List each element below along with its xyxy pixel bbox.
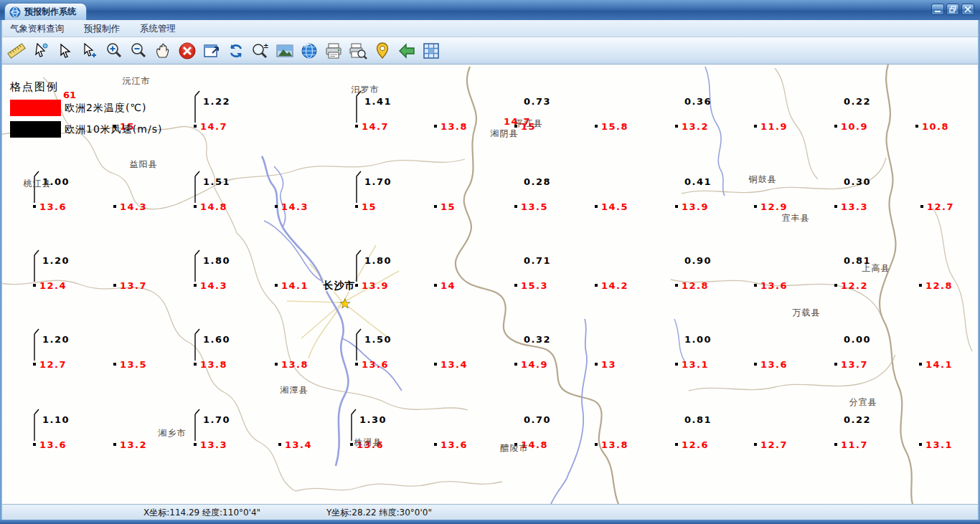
wind-speed-value: 1.70: [364, 176, 392, 187]
print-button[interactable]: [322, 39, 345, 62]
wind-barb-tick: [34, 250, 39, 255]
county-label: 桃江县: [24, 178, 52, 189]
grid-point-dot: [834, 443, 837, 446]
wind-speed-value: 1.60: [203, 334, 230, 345]
temperature-value: 13.1: [925, 439, 953, 450]
temperature-value: 14: [440, 280, 456, 291]
wind-barb-tick: [357, 250, 361, 255]
grid-point-dot: [33, 284, 36, 287]
wind-speed-value: 1.30: [359, 414, 387, 425]
select-plus-button[interactable]: [78, 39, 101, 62]
temperature-value: 14.2: [601, 280, 628, 291]
map-canvas[interactable]: 1514.71.2214.71.4113.814.7150.7315.813.2…: [0, 65, 980, 504]
wind-speed-value: 0.36: [684, 96, 712, 107]
grid-point-dot: [350, 443, 353, 446]
map-legend: 格点图例 欧洲2米温度(℃)61欧洲10米风速(m/s): [10, 80, 162, 143]
temperature-value: 12.2: [841, 280, 868, 291]
menu-item-0[interactable]: 气象资料查询: [0, 20, 74, 37]
globe-icon: [300, 42, 319, 60]
print-icon: [324, 42, 343, 60]
status-y-coordinate: Y坐标:28.22 纬度:30°0'0": [326, 507, 432, 519]
legend-item-0: 欧洲2米温度(℃)61: [10, 100, 162, 116]
wind-speed-value: 1.51: [203, 176, 230, 187]
wind-speed-value: 1.10: [42, 414, 70, 425]
grid-point-dot: [434, 363, 437, 366]
temperature-value: 13.3: [200, 439, 227, 450]
county-label: 湘潭县: [280, 385, 308, 395]
measure-distance-button[interactable]: [5, 39, 28, 62]
title-tab: 预报制作系统: [4, 3, 87, 20]
main-toolbar: ±: [0, 37, 980, 65]
wind-speed-value: 0.70: [524, 414, 551, 425]
zoom-scale-button[interactable]: ±: [249, 39, 272, 62]
window-controls: [931, 4, 974, 15]
restore-button[interactable]: [946, 4, 959, 15]
legend-items: 欧洲2米温度(℃)61欧洲10米风速(m/s): [10, 100, 162, 138]
county-label: 铜鼓县: [748, 174, 777, 184]
window-titlebar[interactable]: 预报制作系统: [0, 0, 980, 20]
grid-point-dot: [355, 363, 358, 366]
temperature-value: 13.2: [120, 439, 147, 450]
grid-point-dot: [434, 284, 437, 287]
grid-point-dot: [754, 443, 757, 446]
wind-speed-value: 1.80: [364, 255, 392, 266]
grid-point-dot: [33, 363, 36, 366]
minimize-button[interactable]: [931, 4, 944, 15]
wind-barb-tick: [34, 171, 39, 176]
grid-point-dot: [278, 443, 281, 446]
wind-barb-tick: [34, 329, 39, 334]
capital-city-label: 长沙市: [323, 280, 356, 291]
county-label: 株洲县: [354, 437, 382, 447]
grid-point-dot: [275, 363, 278, 366]
menu-item-2[interactable]: 系统管理: [130, 20, 186, 37]
legend-label: 欧洲2米温度(℃): [65, 102, 147, 115]
wind-speed-value: 1.80: [203, 255, 230, 266]
temperature-value: 13.6: [39, 439, 67, 450]
temperature-value: 12.7: [39, 359, 67, 370]
temperature-value: 13.6: [760, 359, 788, 370]
grid-point-dot: [194, 125, 197, 128]
temperature-value: 11.9: [760, 121, 788, 132]
legend-label: 欧洲10米风速(m/s): [65, 123, 162, 136]
delete-button[interactable]: [176, 39, 199, 62]
close-button[interactable]: [961, 4, 974, 15]
back-button[interactable]: [395, 39, 418, 62]
print-preview-button[interactable]: [347, 39, 369, 62]
temperature-value: 13: [601, 359, 616, 370]
temperature-value: 15: [440, 201, 456, 212]
pan-button[interactable]: [151, 39, 174, 62]
temperature-value: 13.5: [120, 359, 147, 370]
app-window: 预报制作系统 气象资料查询预报制作系统管理: [0, 0, 980, 524]
export-window-button[interactable]: [200, 39, 223, 62]
wind-speed-value: 0.32: [524, 334, 551, 345]
grid-point-dot: [919, 363, 922, 366]
temperature-value: 13.8: [200, 359, 227, 370]
temperature-value: 13.6: [760, 280, 788, 291]
select-features-button[interactable]: [29, 39, 52, 62]
temperature-value: 13.7: [841, 359, 868, 370]
wind-speed-value: 0.73: [524, 96, 551, 107]
legend-title: 格点图例: [10, 80, 162, 94]
wind-barb-tick: [195, 329, 199, 334]
wind-speed-value: 0.81: [684, 414, 712, 425]
grid-map-button[interactable]: [420, 39, 443, 62]
print-preview-icon: [349, 42, 367, 60]
wind-speed-value: 1.50: [364, 334, 392, 345]
county-label: 万载县: [793, 308, 821, 318]
zoom-in-button[interactable]: [103, 39, 126, 62]
temperature-value: 12.4: [39, 280, 67, 291]
refresh-button[interactable]: [225, 39, 248, 62]
image-button[interactable]: [273, 39, 296, 62]
delete-icon: [178, 42, 197, 60]
wind-speed-value: 0.71: [524, 255, 551, 266]
zoom-out-button[interactable]: [127, 39, 150, 62]
globe-button[interactable]: [298, 39, 321, 62]
location-marker-button[interactable]: [371, 39, 394, 62]
grid-point-dot: [194, 284, 197, 287]
county-label: 醴陵市: [501, 443, 529, 453]
temperature-value: 12.7: [927, 201, 954, 212]
select-arrow-button[interactable]: [54, 39, 77, 62]
menu-item-1[interactable]: 预报制作: [74, 20, 130, 37]
county-label: 分宜县: [849, 397, 877, 407]
select-arrow-icon: [56, 42, 75, 60]
